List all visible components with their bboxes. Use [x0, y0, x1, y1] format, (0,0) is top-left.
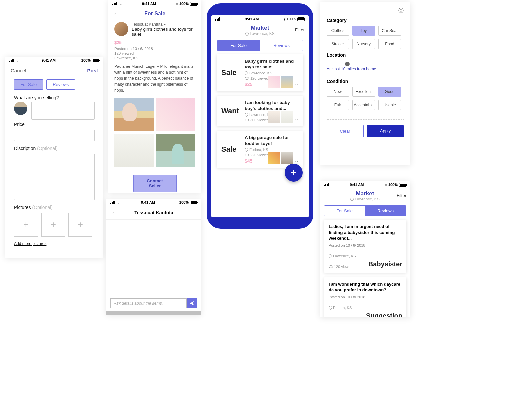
tab-for-sale[interactable]: For Sale — [217, 40, 260, 51]
listing-card[interactable]: Sale Baby girl's clothes and toys for sa… — [217, 54, 303, 91]
seller-avatar[interactable] — [114, 22, 128, 36]
tab-reviews[interactable]: Reviews — [365, 206, 406, 216]
item-photo-1[interactable] — [114, 98, 154, 131]
status-bar: ⌄ 9:41 AM ᚼ100% — [5, 57, 103, 64]
wifi-icon: ⌄ — [117, 201, 120, 204]
price-input[interactable] — [14, 130, 95, 141]
more-icon[interactable]: ··· — [295, 82, 300, 87]
eye-icon — [245, 77, 249, 80]
back-button[interactable]: ← — [113, 10, 120, 18]
status-bar: ⌄ 9:41 AM ᚼ100% — [108, 0, 201, 7]
market-location: Lawrence, KS — [355, 197, 380, 201]
review-title: Ladies, I am in urgent need of finding a… — [329, 224, 402, 241]
chip-fair[interactable]: Fair — [327, 100, 349, 110]
chip-car-seat[interactable]: Car Seat — [378, 26, 401, 36]
post-button[interactable]: Post — [87, 68, 98, 73]
listing-card[interactable]: Want I am looking for baby boy's clothes… — [217, 96, 303, 126]
item-photo-3[interactable] — [114, 134, 154, 167]
posted-date: Posted on 10 / 6/ 2018 — [108, 46, 201, 51]
chat-body[interactable] — [106, 220, 201, 298]
chip-excellent[interactable]: Excellent — [352, 87, 375, 97]
user-avatar — [14, 102, 27, 115]
chip-usable[interactable]: Usable — [378, 100, 401, 110]
distance-label: At most 10 miles from home — [327, 67, 404, 71]
pin-icon — [244, 71, 249, 75]
condition-heading: Condition — [327, 79, 404, 84]
item-title: Baby girl's clothes and toys for sale! — [132, 27, 195, 37]
suggestion-3[interactable]: Hellos — [170, 311, 201, 315]
chip-nursery[interactable]: Nursery — [352, 39, 375, 49]
item-description: Paulaner Munich Lager – Mild, elegant ma… — [108, 60, 201, 97]
chip-food[interactable]: Food — [378, 39, 401, 49]
bluetooth-icon: ᚼ — [176, 2, 178, 6]
chip-toy[interactable]: Toy — [352, 26, 375, 36]
phone-device-frame: 9:41 AM ᚼ100% Market Lawrence, KS Filter… — [207, 3, 313, 229]
filter-button[interactable]: Filter — [397, 193, 406, 198]
battery-icon — [399, 183, 406, 187]
card-thumb — [281, 152, 293, 164]
pin-icon — [350, 197, 354, 201]
distance-slider[interactable] — [327, 64, 404, 64]
chip-stroller[interactable]: Stroller — [327, 39, 349, 49]
item-photo-4[interactable] — [156, 134, 196, 167]
review-tag: Babysister — [368, 260, 402, 268]
review-card[interactable]: Ladies, I am in urgent need of finding a… — [324, 220, 406, 273]
bluetooth-icon: ᚼ — [385, 183, 387, 187]
send-button[interactable] — [187, 298, 197, 308]
tab-reviews[interactable]: Reviews — [260, 40, 303, 51]
item-price: $25 — [108, 39, 201, 46]
tab-for-sale[interactable]: For Sale — [324, 206, 365, 216]
cancel-button[interactable]: Cancel — [11, 68, 26, 73]
label-description: Discription (Optional) — [5, 144, 103, 152]
more-icon[interactable]: ··· — [295, 158, 300, 164]
review-title: I am wondering that which daycare do you… — [329, 281, 402, 293]
detail-screen: ⌄ 9:41 AM ᚼ100% ← For Sale Tessouat Kant… — [108, 0, 201, 193]
suggestion-1[interactable]: "Helli" — [106, 311, 138, 315]
filter-button[interactable]: Filter — [295, 27, 305, 32]
battery-icon — [297, 17, 305, 21]
description-input[interactable] — [14, 154, 95, 200]
review-card[interactable]: I am wondering that which daycare do you… — [324, 277, 406, 317]
eye-icon — [329, 265, 333, 268]
more-icon[interactable]: ··· — [295, 117, 300, 122]
card-type: Want — [221, 107, 241, 115]
back-button[interactable]: ← — [111, 209, 118, 217]
status-time: 9:41 AM — [245, 17, 259, 21]
add-picture-3[interactable]: + — [68, 213, 92, 237]
suggestion-2[interactable]: Hello — [138, 311, 170, 315]
item-location: Lawrence, KS — [108, 56, 201, 60]
listing-card[interactable]: Sale A big garage sale for toddler toys!… — [217, 131, 303, 168]
apply-button[interactable]: Apply — [367, 125, 404, 137]
card-thumb — [281, 76, 293, 88]
close-button[interactable]: ⓧ — [327, 7, 404, 14]
page-title: For Sale — [144, 11, 165, 17]
battery-icon — [190, 201, 197, 204]
status-bar: 9:41 AM ᚼ100% — [211, 15, 309, 23]
add-listing-fab[interactable]: + — [285, 164, 303, 182]
tab-for-sale[interactable]: For Sale — [14, 79, 43, 90]
clear-button[interactable]: Clear — [327, 125, 364, 137]
card-thumb — [268, 111, 280, 123]
chip-clothes[interactable]: Clothes — [327, 26, 349, 36]
status-time: 9:41 AM — [42, 58, 56, 62]
bluetooth-icon: ᚼ — [283, 17, 285, 21]
add-picture-1[interactable]: + — [14, 213, 38, 237]
contact-seller-button[interactable]: Contact Seller — [133, 175, 177, 192]
slider-thumb[interactable] — [345, 62, 350, 66]
title-input[interactable] — [31, 102, 95, 120]
create-post-screen: ⌄ 9:41 AM ᚼ100% Cancel Post For Sale Rev… — [5, 57, 103, 258]
eye-icon — [245, 119, 249, 121]
chip-acceptable[interactable]: Acceptable — [352, 100, 375, 110]
add-picture-2[interactable]: + — [41, 213, 65, 237]
add-more-pictures-link[interactable]: Add more pictures — [5, 238, 103, 249]
view-count: 120 viewed — [108, 51, 201, 56]
battery-icon — [92, 59, 99, 62]
status-bar: ⌄ 9:41 AM ᚼ100% — [106, 199, 201, 206]
message-input[interactable]: Ask details about the items. — [110, 298, 187, 308]
item-photo-2[interactable] — [156, 98, 196, 131]
tab-reviews[interactable]: Reviews — [46, 79, 75, 90]
chat-name: Tessouat Kantuta — [134, 210, 173, 215]
seller-name[interactable]: Tessouat Kantuta ▸ — [132, 22, 195, 27]
chip-new[interactable]: New — [327, 87, 349, 97]
chip-good[interactable]: Good — [378, 87, 401, 97]
